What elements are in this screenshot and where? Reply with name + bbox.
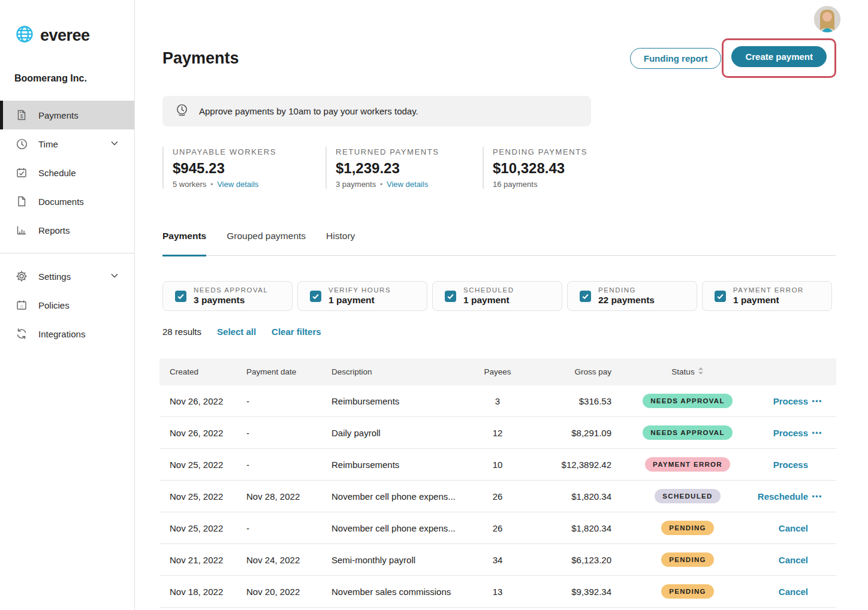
chevron-down-icon: [110, 271, 119, 282]
stat-returned-payments: RETURNED PAYMENTS $1,239.23 3 payments •…: [326, 147, 483, 189]
funding-report-button[interactable]: Funding report: [630, 48, 722, 69]
cell-description: November sales commissions: [331, 587, 474, 597]
table-header: Created Payment date Description Payees …: [159, 358, 836, 385]
more-menu-icon[interactable]: ⋯: [812, 395, 822, 407]
sidebar-item-payments[interactable]: $ Payments: [0, 101, 134, 129]
filter-chip-pending[interactable]: PENDING 22 payments: [567, 281, 697, 311]
stat-sub: 5 workers • View details: [173, 180, 326, 189]
cell-description: November cell phone expens...: [331, 523, 474, 533]
filter-count: 22 payments: [598, 295, 655, 306]
sidebar-item-label: Integrations: [38, 329, 85, 339]
sidebar-divider: [0, 253, 134, 253]
cell-created: Nov 25, 2022: [170, 523, 246, 533]
filter-count: 1 payment: [733, 295, 804, 306]
sidebar-item-integrations[interactable]: Integrations: [0, 319, 134, 348]
sidebar-item-label: Payments: [38, 110, 79, 120]
sidebar-item-label: Time: [38, 139, 58, 149]
checkbox-checked[interactable]: [175, 291, 186, 302]
cell-gross-pay: $8,291.09: [522, 428, 611, 438]
status-badge: PENDING: [661, 584, 714, 599]
filter-chip-verify-hours[interactable]: VERIFY HOURS 1 payment: [297, 281, 427, 311]
view-details-link[interactable]: View details: [387, 180, 428, 189]
user-avatar[interactable]: [814, 6, 840, 32]
sidebar-item-schedule[interactable]: Schedule: [0, 158, 134, 187]
status-badge: NEEDS APPROVAL: [643, 394, 733, 408]
payments-table: Created Payment date Description Payees …: [159, 358, 836, 608]
cell-gross-pay: $1,820.34: [522, 491, 611, 502]
stat-sub-text: 5 workers: [173, 180, 206, 189]
process-link[interactable]: Process: [773, 396, 808, 406]
cell-description: Daily payroll: [331, 428, 474, 438]
sidebar-item-settings[interactable]: Settings: [0, 262, 134, 291]
cell-gross-pay: $1,820.34: [522, 523, 611, 533]
table-row: Nov 25, 2022 - November cell phone expen…: [159, 512, 836, 544]
svg-text:$: $: [20, 113, 23, 119]
table-row: Nov 25, 2022 - Reimbursements 10 $12,389…: [159, 449, 836, 481]
cell-description: Reimbursements: [331, 396, 474, 406]
view-details-link[interactable]: View details: [217, 180, 258, 189]
sidebar: everee Boomerang Inc. $ Payments: [0, 0, 135, 610]
status-badge: PENDING: [661, 552, 714, 567]
tab-history[interactable]: History: [326, 231, 355, 255]
sidebar-item-reports[interactable]: Reports: [0, 216, 134, 244]
reschedule-link[interactable]: Reschedule: [758, 491, 808, 502]
col-created: Created: [170, 367, 246, 376]
checkbox-checked[interactable]: [580, 291, 591, 302]
results-bar: 28 results Select all Clear filters: [162, 327, 836, 337]
status-badge: PENDING: [661, 521, 714, 535]
sidebar-item-label: Policies: [38, 300, 70, 310]
stat-sub-text: 3 payments: [336, 180, 376, 189]
checkbox-checked[interactable]: [445, 291, 456, 302]
cell-payment-date: Nov 24, 2022: [246, 555, 331, 565]
cell-created: Nov 26, 2022: [170, 428, 246, 438]
cell-payment-date: Nov 28, 2022: [246, 491, 331, 502]
stat-label: UNPAYABLE WORKERS: [173, 147, 326, 156]
company-name: Boomerang Inc.: [0, 47, 134, 84]
col-status: Status: [671, 367, 694, 376]
cancel-link[interactable]: Cancel: [779, 587, 808, 597]
clear-filters-link[interactable]: Clear filters: [272, 327, 321, 337]
filter-label: NEEDS APPROVAL: [194, 286, 268, 294]
sort-icon[interactable]: [698, 367, 704, 377]
sidebar-item-time[interactable]: Time: [0, 129, 134, 158]
cancel-link[interactable]: Cancel: [779, 523, 808, 533]
col-description: Description: [331, 367, 474, 376]
filter-chip-needs-approval[interactable]: NEEDS APPROVAL 3 payments: [162, 281, 293, 311]
filter-label: SCHEDULED: [463, 286, 514, 294]
more-menu-icon[interactable]: ⋯: [812, 427, 822, 439]
process-link[interactable]: Process: [773, 460, 808, 470]
bar-chart-icon: [15, 224, 28, 237]
checkbox-checked[interactable]: [310, 291, 321, 302]
cell-gross-pay: $9,392.34: [522, 587, 611, 597]
status-badge: SCHEDULED: [655, 489, 720, 503]
cell-payees: 26: [474, 491, 522, 502]
tab-grouped-payments[interactable]: Grouped payments: [227, 231, 306, 255]
sidebar-item-label: Schedule: [38, 168, 76, 178]
stat-sub: 16 payments: [493, 180, 587, 189]
everee-logo: everee: [0, 0, 134, 47]
stat-sub-text: 16 payments: [493, 180, 537, 189]
process-link[interactable]: Process: [773, 428, 808, 438]
sidebar-item-documents[interactable]: Documents: [0, 187, 134, 216]
filter-chip-payment-error[interactable]: PAYMENT ERROR 1 payment: [702, 281, 832, 311]
more-menu-icon[interactable]: ⋯: [812, 491, 822, 502]
header-actions: Funding report Create payment: [630, 38, 836, 78]
sidebar-item-policies[interactable]: ☆ Policies: [0, 291, 134, 319]
cell-created: Nov 18, 2022: [170, 587, 246, 597]
cancel-link[interactable]: Cancel: [779, 555, 808, 565]
select-all-link[interactable]: Select all: [217, 327, 256, 337]
logo-wordmark: everee: [40, 26, 90, 45]
cell-payees: 10: [474, 460, 522, 470]
stat-label: PENDING PAYMENTS: [493, 147, 587, 156]
banner-text: Approve payments by 10am to pay your wor…: [199, 106, 418, 116]
cell-created: Nov 25, 2022: [170, 460, 246, 470]
cell-payees: 13: [474, 587, 522, 597]
filter-chip-scheduled[interactable]: SCHEDULED 1 payment: [432, 281, 562, 311]
checkbox-checked[interactable]: [715, 291, 726, 302]
tab-payments[interactable]: Payments: [162, 231, 206, 255]
cell-created: Nov 26, 2022: [170, 396, 246, 406]
filter-label: PAYMENT ERROR: [733, 286, 804, 294]
create-payment-button[interactable]: Create payment: [731, 46, 827, 67]
dot-separator: •: [380, 180, 383, 189]
cell-payment-date: -: [246, 523, 331, 533]
